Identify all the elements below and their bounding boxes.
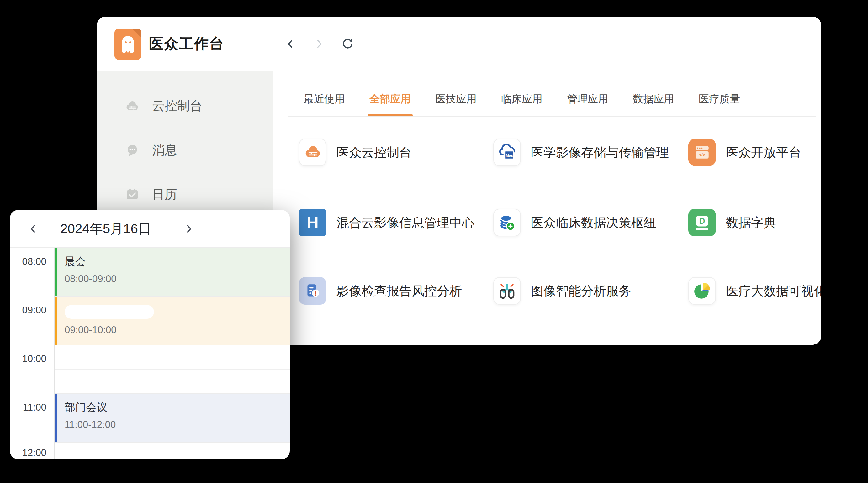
window-title: 医众工作台: [149, 17, 224, 71]
orange-cloud-sliders-icon: [304, 143, 322, 161]
browser-nav: [284, 17, 354, 71]
sidebar-item-cloud-console[interactable]: 云控制台: [124, 96, 202, 115]
event-time: 11:00-12:00: [65, 419, 290, 430]
chevron-left-icon: [285, 38, 296, 49]
message-bubble-icon: [124, 143, 140, 157]
back-button[interactable]: [284, 37, 298, 51]
calendar-check-icon: [124, 187, 140, 201]
svg-text:</>: </>: [699, 152, 706, 157]
sidebar-item-messages[interactable]: 消息: [124, 141, 177, 160]
database-plus-icon: [498, 214, 516, 232]
tab-quality[interactable]: 医疗质量: [699, 92, 740, 106]
time-label: 08:00: [12, 256, 46, 267]
refresh-icon: [341, 38, 353, 50]
event-title: 部门会议: [65, 400, 290, 415]
calendar-next-button[interactable]: [182, 222, 196, 236]
chevron-right-icon: [183, 223, 194, 234]
calendar-event-morning-meeting[interactable]: 晨会 08:00-09:00: [55, 248, 290, 296]
chevron-left-icon: [28, 223, 39, 234]
app-pacs[interactable]: Mas 医学影像存储与传输管理: [493, 138, 669, 166]
time-label: 12:00: [12, 447, 46, 458]
calendar-header: 2024年5月16日: [10, 210, 290, 248]
tab-all-apps[interactable]: 全部应用: [369, 92, 411, 106]
time-label: 11:00: [12, 402, 46, 413]
app-cloud-console[interactable]: 医众云控制台: [299, 138, 412, 166]
time-label: 09:00: [12, 305, 46, 316]
event-time: 09:00-10:00: [65, 324, 290, 336]
sidebar-item-label: 消息: [152, 142, 177, 159]
app-category-tabs: 最近使用 全部应用 医技应用 临床应用 管理应用 数据应用 医疗质量: [304, 86, 815, 112]
app-bigdata-visualization[interactable]: 医疗大数据可视化: [688, 277, 821, 305]
forward-button[interactable]: [312, 37, 326, 51]
screenshot-stage: 医众工作台: [0, 0, 868, 483]
sidebar-item-calendar[interactable]: 日历: [124, 185, 177, 204]
window-header: 医众工作台: [97, 17, 821, 71]
app-image-ai-analysis[interactable]: 图像智能分析服务: [493, 277, 631, 305]
app-name: 医学影像存储与传输管理: [531, 144, 669, 161]
sidebar-item-label: 日历: [152, 186, 177, 203]
chevron-right-icon: [314, 38, 324, 49]
sidebar-item-label: 云控制台: [152, 97, 202, 115]
lungs-icon: [498, 282, 516, 300]
app-logo-icon: [115, 29, 142, 60]
calendar-prev-button[interactable]: [26, 222, 40, 236]
app-clinical-data-hub[interactable]: 医众临床数据决策枢纽: [493, 209, 656, 236]
event-title: 晨会: [65, 255, 290, 269]
app-report-risk-analysis[interactable]: 影像检查报告风控分析: [299, 277, 462, 305]
calendar-date-title: 2024年5月16日: [54, 210, 157, 248]
cloud-sliders-icon: [124, 98, 140, 113]
dictionary-book-icon: D: [693, 214, 711, 232]
app-name: 医疗大数据可视化: [726, 282, 821, 300]
event-title-redacted-pill: [65, 305, 154, 319]
event-color-bar: [55, 248, 57, 296]
calendar-event-redacted[interactable]: 09:00-10:00: [55, 296, 290, 345]
tabs-divider: [288, 116, 816, 117]
app-name: 医众开放平台: [726, 144, 801, 161]
pie-chart-icon: [693, 282, 711, 300]
event-color-bar: [55, 393, 57, 442]
tab-recent[interactable]: 最近使用: [304, 92, 345, 106]
half-hour-gridline: [55, 369, 290, 370]
app-name: 医众云控制台: [337, 144, 412, 161]
calendar-day-grid: 晨会 08:00-09:00 09:00-10:00 部门会议 11:00-12…: [10, 248, 290, 459]
app-name: 图像智能分析服务: [531, 282, 631, 300]
calendar-event-department-meeting[interactable]: 部门会议 11:00-12:00: [55, 393, 290, 442]
blue-cloud-mas-icon: Mas: [498, 143, 517, 162]
calendar-popup: 2024年5月16日 晨会 08:00-09:00 09:00-10:00: [10, 210, 290, 459]
event-time: 08:00-09:00: [65, 273, 290, 285]
time-label: 10:00: [12, 353, 46, 364]
tab-data-apps[interactable]: 数据应用: [633, 92, 674, 106]
letter-h-icon: H: [299, 209, 327, 236]
app-open-platform[interactable]: </> 医众开放平台: [688, 138, 801, 166]
app-name: 混合云影像信息管理中心: [337, 214, 474, 231]
event-color-bar: [55, 296, 57, 345]
app-name: 医众临床数据决策枢纽: [531, 214, 656, 231]
code-window-icon: </>: [693, 143, 711, 161]
app-name: 影像检查报告风控分析: [337, 282, 462, 300]
app-data-dictionary[interactable]: D 数据字典: [688, 209, 776, 236]
tab-medtech-apps[interactable]: 医技应用: [435, 92, 477, 106]
svg-text:D: D: [699, 217, 705, 225]
tab-management-apps[interactable]: 管理应用: [567, 92, 608, 106]
app-hybrid-cloud-imaging[interactable]: H 混合云影像信息管理中心: [299, 209, 474, 236]
content-area: 最近使用 全部应用 医技应用 临床应用 管理应用 数据应用 医疗质量: [273, 71, 821, 345]
time-gutter: 08:00 09:00 10:00 11:00 12:00: [10, 248, 55, 459]
tab-clinical-apps[interactable]: 临床应用: [501, 92, 542, 106]
svg-text:Mas: Mas: [506, 153, 513, 157]
refresh-button[interactable]: [340, 37, 354, 51]
app-name: 数据字典: [726, 214, 776, 231]
report-alert-icon: [304, 282, 322, 300]
